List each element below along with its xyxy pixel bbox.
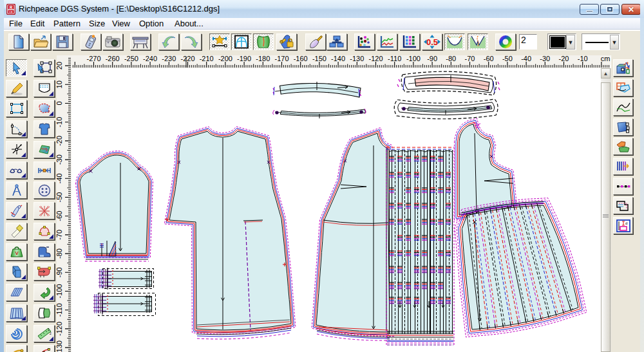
svg-text:-250: -250 <box>124 55 138 62</box>
svg-text:-90: -90 <box>55 267 63 277</box>
svg-text:-230: -230 <box>162 55 176 62</box>
svg-text:-30: -30 <box>55 154 63 165</box>
svg-text:-140: -140 <box>331 55 345 62</box>
svg-text:cm: cm <box>601 55 611 62</box>
svg-text:-20: -20 <box>55 136 63 146</box>
svg-text:-70: -70 <box>55 230 63 240</box>
svg-text:-90: -90 <box>427 55 437 62</box>
svg-text:-50: -50 <box>502 55 513 62</box>
svg-text:-60: -60 <box>484 55 494 62</box>
svg-text:-50: -50 <box>55 192 63 203</box>
svg-text:d: d <box>625 221 627 225</box>
svg-text:10: 10 <box>55 80 63 88</box>
svg-text:-210: -210 <box>200 55 214 62</box>
svg-text:20: 20 <box>55 62 63 69</box>
svg-text:-100: -100 <box>406 55 421 62</box>
svg-text:-40: -40 <box>55 173 63 183</box>
svg-text:-260: -260 <box>106 55 120 62</box>
svg-text:-130: -130 <box>350 55 364 62</box>
svg-text:-80: -80 <box>446 55 456 62</box>
svg-text:-240: -240 <box>143 55 157 62</box>
svg-text:-200: -200 <box>218 55 232 62</box>
svg-text:-150: -150 <box>312 55 327 62</box>
svg-text:-220: -220 <box>180 55 194 62</box>
svg-text:-10: -10 <box>578 55 588 62</box>
svg-text:-110: -110 <box>55 303 63 317</box>
svg-text:-160: -160 <box>294 55 308 62</box>
svg-text:-120: -120 <box>368 55 383 62</box>
svg-text:-130: -130 <box>55 340 63 352</box>
svg-text:-110: -110 <box>388 55 401 62</box>
svg-text:-190: -190 <box>237 55 251 62</box>
svg-text:-120: -120 <box>55 322 63 336</box>
svg-text:-60: -60 <box>55 211 63 221</box>
svg-text:-270: -270 <box>86 55 100 62</box>
svg-text:-30: -30 <box>540 55 550 62</box>
svg-text:-80: -80 <box>55 248 63 259</box>
svg-text:-170: -170 <box>274 55 289 62</box>
svg-text:-40: -40 <box>521 55 531 62</box>
svg-text:-70: -70 <box>465 55 475 62</box>
svg-text:-180: -180 <box>256 55 270 62</box>
svg-text:-20: -20 <box>559 55 569 62</box>
svg-text:0: 0 <box>55 101 63 105</box>
svg-text:-10: -10 <box>55 117 63 127</box>
svg-text:-100: -100 <box>55 284 63 298</box>
